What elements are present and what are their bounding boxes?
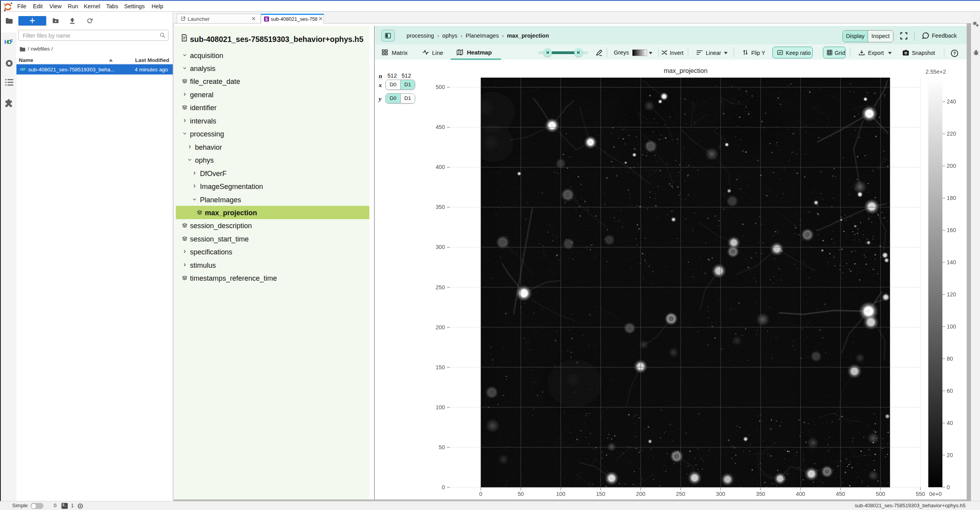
svg-text:120: 120 — [947, 291, 956, 298]
svg-text:350: 350 — [756, 491, 765, 497]
svg-text:350: 350 — [436, 204, 445, 210]
svg-text:200: 200 — [636, 491, 645, 497]
svg-text:400: 400 — [436, 164, 445, 170]
svg-text:400: 400 — [796, 491, 805, 497]
svg-text:150: 150 — [596, 491, 606, 497]
svg-text:60: 60 — [947, 388, 953, 394]
svg-text:100: 100 — [947, 323, 956, 330]
svg-text:40: 40 — [947, 420, 953, 426]
svg-text:0: 0 — [479, 491, 483, 497]
svg-text:?: ? — [953, 51, 956, 56]
svg-text:0: 0 — [947, 484, 950, 490]
svg-text:500: 500 — [876, 491, 885, 497]
svg-text:max_projection: max_projection — [664, 67, 707, 74]
svg-text:300: 300 — [436, 244, 445, 250]
svg-text:160: 160 — [947, 227, 956, 233]
svg-text:180: 180 — [947, 195, 956, 201]
svg-text:F: F — [10, 39, 13, 44]
svg-text:80: 80 — [947, 356, 953, 362]
svg-text:140: 140 — [947, 259, 956, 265]
svg-text:450: 450 — [436, 124, 445, 130]
svg-text:550: 550 — [916, 491, 925, 497]
svg-text:100: 100 — [436, 404, 445, 410]
svg-text:F: F — [24, 67, 25, 71]
svg-text:200: 200 — [947, 163, 956, 169]
svg-text:150: 150 — [436, 364, 445, 370]
svg-text:20: 20 — [947, 452, 953, 458]
svg-text:220: 220 — [947, 131, 956, 137]
svg-text:100: 100 — [556, 491, 566, 497]
svg-text:0: 0 — [442, 484, 445, 490]
svg-text:2.55e+2: 2.55e+2 — [926, 69, 946, 75]
svg-text:300: 300 — [716, 491, 725, 497]
svg-text:50: 50 — [439, 444, 445, 450]
svg-text:240: 240 — [947, 98, 956, 105]
svg-text:250: 250 — [676, 491, 685, 497]
svg-text:500: 500 — [436, 84, 445, 90]
svg-text:450: 450 — [836, 491, 845, 497]
svg-text:200: 200 — [436, 324, 445, 330]
svg-text:50: 50 — [518, 491, 524, 497]
svg-text:0e+0: 0e+0 — [929, 491, 942, 497]
svg-text:250: 250 — [436, 284, 445, 290]
